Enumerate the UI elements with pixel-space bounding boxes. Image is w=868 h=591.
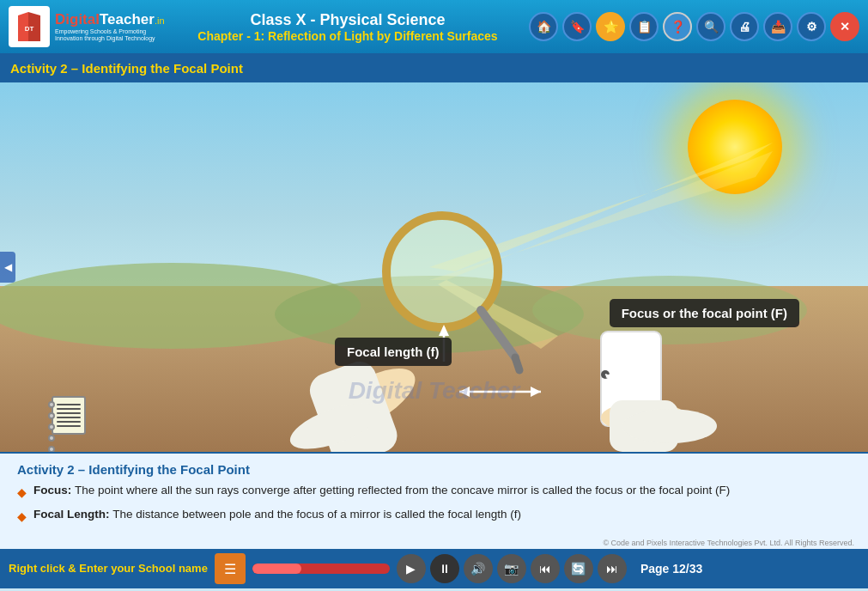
focal-point-tooltip: Focus or the focal point (F) xyxy=(610,299,799,327)
info-item-focal-length: ◆ Focal Length: The distance between pol… xyxy=(17,506,851,526)
print-button[interactable]: 🖨 xyxy=(730,12,759,41)
header-nav: 🏠 🔖 ⭐ 📋 ❓ 🔍 🖨 📥 ⚙ ✕ xyxy=(529,12,859,41)
activity-bar-title: Activity 2 – Identifying the Focal Point xyxy=(10,61,243,76)
line-5 xyxy=(57,421,81,423)
menu-button[interactable]: ☰ xyxy=(215,553,246,584)
search-button[interactable]: 🔍 xyxy=(696,12,725,41)
bookmark-button[interactable]: 🔖 xyxy=(562,12,592,41)
line-4 xyxy=(57,417,81,418)
left-nav-button[interactable]: ◀ xyxy=(0,252,15,283)
settings-button[interactable]: ⚙ xyxy=(797,12,826,41)
focus-text: The point where all the sun rays converg… xyxy=(75,484,730,497)
focal-length-tooltip: Focal length (f) xyxy=(335,338,452,366)
focal-length-label: Focal length (f) xyxy=(347,344,440,359)
focal-point-label: Focus or the focal point (F) xyxy=(622,306,787,320)
spiral-dot-4 xyxy=(48,435,55,442)
help-button[interactable]: ❓ xyxy=(663,12,692,41)
refresh-button[interactable]: 🔄 xyxy=(564,554,593,583)
info-item-focus: ◆ Focus: The point where all the sun ray… xyxy=(17,482,851,502)
line-2 xyxy=(57,408,81,410)
header-center: Class X - Physical Science Chapter - 1: … xyxy=(167,11,529,43)
volume-button[interactable]: 🔊 xyxy=(464,554,493,583)
logo-teacher: Teacher xyxy=(100,11,155,28)
bottom-bar: Right click & Enter your School name ☰ ▶… xyxy=(0,549,868,588)
star-button[interactable]: ⭐ xyxy=(596,12,625,41)
logo-tagline: Empowering Schools & Promoting Innovatio… xyxy=(55,28,167,43)
sun xyxy=(688,100,782,194)
main-scene: Focal length (f) Focus or the focal poin… xyxy=(0,82,868,452)
download-button[interactable]: 📥 xyxy=(763,12,792,41)
spiral-dot-1 xyxy=(48,401,55,408)
line-1 xyxy=(57,404,81,405)
diamond-icon-2: ◆ xyxy=(17,508,27,526)
home-button[interactable]: 🏠 xyxy=(529,12,558,41)
activity-bar: Activity 2 – Identifying the Focal Point xyxy=(0,53,868,82)
play-button[interactable]: ▶ xyxy=(397,554,426,583)
bottom-controls: ▶ ⏸ 🔊 📷 ⏮ 🔄 ⏭ xyxy=(397,554,627,583)
notebook-spiral xyxy=(48,401,55,452)
spiral-dot-5 xyxy=(48,446,55,452)
info-heading: Activity 2 – Identifying the Focal Point xyxy=(17,462,851,477)
header-title: Class X - Physical Science xyxy=(167,11,529,29)
logo-digital: Digital xyxy=(55,11,100,28)
next-button[interactable]: ⏭ xyxy=(598,554,627,583)
header: DT Digital Teacher .in Empowering School… xyxy=(0,0,868,53)
diamond-icon-1: ◆ xyxy=(17,484,27,502)
pause-button[interactable]: ⏸ xyxy=(430,554,459,583)
close-button[interactable]: ✕ xyxy=(830,12,859,41)
header-subtitle: Chapter - 1: Reflection of Light by Diff… xyxy=(167,29,529,43)
focal-length-text: The distance between pole and the focus … xyxy=(112,508,521,521)
focal-length-label-text: Focal Length: xyxy=(33,508,112,521)
svg-text:DT: DT xyxy=(25,25,34,33)
page-indicator: Page 12/33 xyxy=(640,562,702,576)
copyright: © Code and Pixels Interactive Technologi… xyxy=(0,537,868,549)
camera-button[interactable]: 📷 xyxy=(497,554,526,583)
progress-fill xyxy=(252,564,302,574)
info-section: Activity 2 – Identifying the Focal Point… xyxy=(0,452,868,537)
school-prompt: Right click & Enter your School name xyxy=(9,562,208,576)
notebook-icon[interactable] xyxy=(52,396,86,435)
logo-text: Digital Teacher .in Empowering Schools &… xyxy=(55,11,167,43)
prev-button[interactable]: ⏮ xyxy=(531,554,560,583)
progress-bar xyxy=(252,564,390,574)
logo-area: DT Digital Teacher .in Empowering School… xyxy=(9,6,167,47)
focus-label: Focus: xyxy=(33,484,75,497)
line-3 xyxy=(57,412,81,414)
line-6 xyxy=(57,425,81,427)
list-button[interactable]: 📋 xyxy=(629,12,659,41)
logo-icon: DT xyxy=(9,6,50,47)
spiral-dot-3 xyxy=(48,423,55,430)
spiral-dot-2 xyxy=(48,412,55,419)
